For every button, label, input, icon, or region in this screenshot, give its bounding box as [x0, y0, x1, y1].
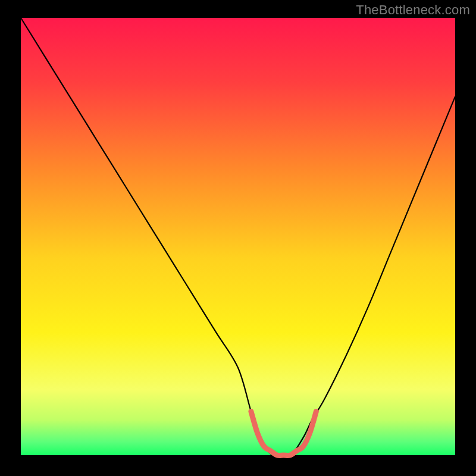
bottleneck-chart [0, 0, 476, 476]
plot-background [21, 18, 455, 455]
watermark-text: TheBottleneck.com [356, 2, 470, 18]
chart-frame: TheBottleneck.com [0, 0, 476, 476]
